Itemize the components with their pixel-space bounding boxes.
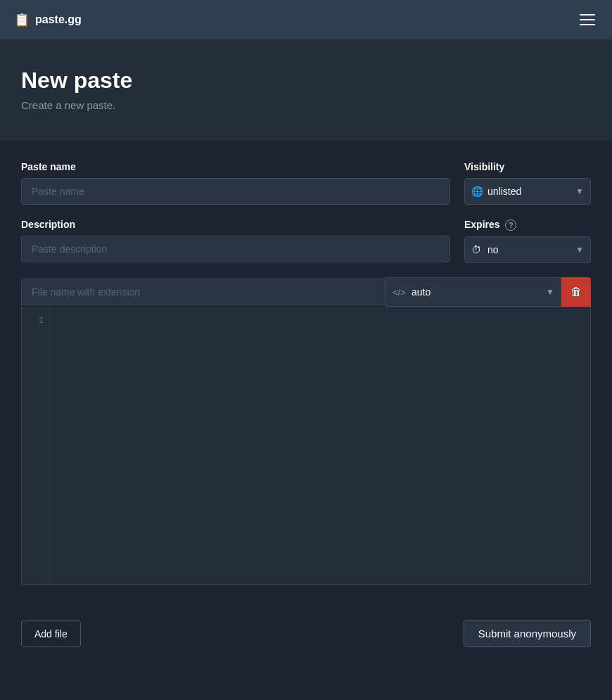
hamburger-line-2 <box>580 19 595 20</box>
description-label: Description <box>21 219 450 230</box>
description-group: Description <box>21 219 450 263</box>
expires-select-wrapper: ⏱ no 1 hour 1 day 1 week ▼ <box>464 236 591 263</box>
paste-name-input[interactable] <box>21 178 450 205</box>
expires-help-icon[interactable]: ? <box>505 219 516 231</box>
expires-label: Expires ? <box>464 219 591 231</box>
page-title: New paste <box>21 68 591 94</box>
file-header: </> auto plaintext javascript python rus… <box>21 277 591 307</box>
navbar: 📋 paste.gg <box>0 0 612 39</box>
brand-icon: 📋 <box>14 12 30 27</box>
expires-select[interactable]: no 1 hour 1 day 1 week <box>464 236 591 263</box>
line-number: 1 <box>30 315 44 326</box>
hamburger-button[interactable] <box>577 11 598 28</box>
lang-select[interactable]: auto plaintext javascript python rust go <box>385 277 561 307</box>
code-editor: 1 <box>21 307 591 585</box>
submit-anonymously-button[interactable]: Submit anonymously <box>464 620 591 647</box>
trash-icon: 🗑 <box>570 286 582 298</box>
hamburger-line-1 <box>580 14 595 15</box>
brand-name: paste.gg <box>35 13 82 26</box>
description-input[interactable] <box>21 236 450 262</box>
main-content: Paste name Visibility 🌐 unlisted public … <box>0 140 612 606</box>
bottom-bar: Add file Submit anonymously <box>0 606 612 661</box>
row-name-visibility: Paste name Visibility 🌐 unlisted public … <box>21 161 591 205</box>
file-area: </> auto plaintext javascript python rus… <box>21 277 591 585</box>
code-textarea[interactable] <box>50 307 590 584</box>
paste-name-group: Paste name <box>21 161 450 205</box>
visibility-select-wrapper: 🌐 unlisted public private ▼ <box>464 178 591 205</box>
page-subtitle: Create a new paste. <box>21 99 591 111</box>
brand[interactable]: 📋 paste.gg <box>14 12 82 27</box>
code-textarea-wrapper <box>50 307 590 584</box>
hamburger-line-3 <box>580 24 595 25</box>
visibility-select[interactable]: unlisted public private <box>464 178 591 205</box>
paste-name-label: Paste name <box>21 161 450 172</box>
expires-group: Expires ? ⏱ no 1 hour 1 day 1 week ▼ <box>464 219 591 263</box>
visibility-group: Visibility 🌐 unlisted public private ▼ <box>464 161 591 205</box>
lang-select-wrapper: </> auto plaintext javascript python rus… <box>385 277 561 307</box>
header-section: New paste Create a new paste. <box>0 39 612 140</box>
delete-file-button[interactable]: 🗑 <box>561 277 591 307</box>
visibility-label: Visibility <box>464 161 591 172</box>
file-name-input[interactable] <box>21 279 385 305</box>
row-description-expires: Description Expires ? ⏱ no 1 hour 1 day … <box>21 219 591 263</box>
line-numbers: 1 <box>22 307 50 584</box>
add-file-button[interactable]: Add file <box>21 621 81 647</box>
